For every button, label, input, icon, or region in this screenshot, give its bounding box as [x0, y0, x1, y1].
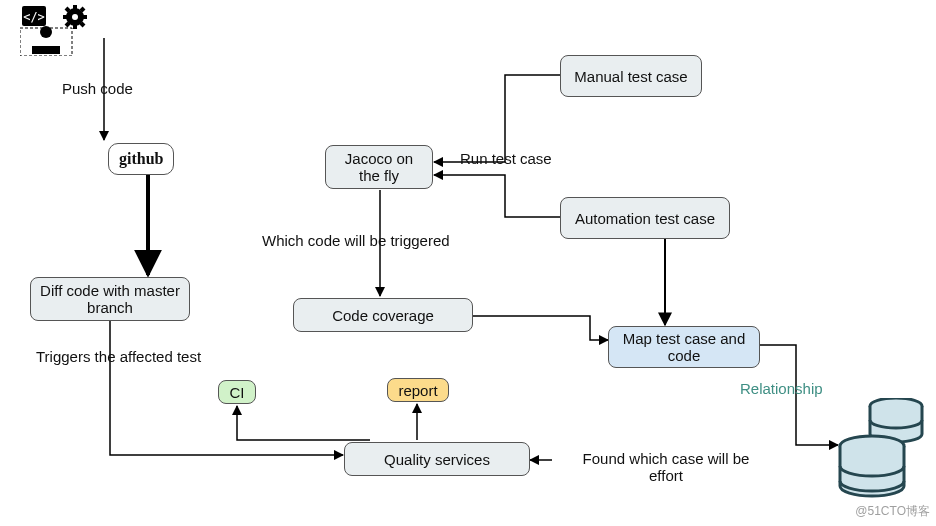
node-map: Map test case and code	[608, 326, 760, 368]
node-jacoco: Jacoco on the fly	[325, 145, 433, 189]
watermark: @51CTO博客	[855, 503, 930, 520]
label-found: Found which case will be effort	[566, 450, 766, 484]
node-quality: Quality services	[344, 442, 530, 476]
svg-line-16	[81, 23, 84, 26]
svg-text:</>: </>	[23, 10, 45, 24]
svg-line-18	[81, 8, 84, 11]
label-push: Push code	[62, 80, 133, 97]
node-automation: Automation test case	[560, 197, 730, 239]
node-manual: Manual test case	[560, 55, 702, 97]
svg-line-17	[66, 23, 69, 26]
node-github: github	[108, 143, 174, 175]
svg-rect-21	[32, 44, 60, 46]
node-coverage: Code coverage	[293, 298, 473, 332]
node-diff: Diff code with master branch	[30, 277, 190, 321]
label-run: Run test case	[460, 150, 552, 167]
label-rel: Relationship	[740, 380, 823, 397]
node-ci: CI	[218, 380, 256, 404]
svg-line-15	[66, 8, 69, 11]
label-trig: Triggers the affected test	[36, 348, 201, 365]
label-which: Which code will be triggered	[262, 232, 450, 249]
node-report: report	[387, 378, 449, 402]
svg-point-10	[72, 14, 78, 20]
